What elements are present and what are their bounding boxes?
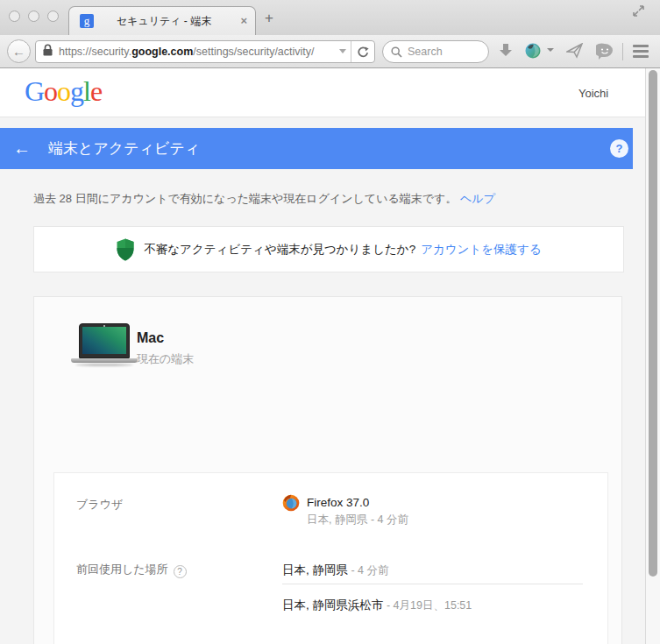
toolbar-separator bbox=[622, 43, 623, 60]
reload-button[interactable] bbox=[351, 41, 374, 62]
intro-sentence: 過去 28 日間にアカウントで有効になった端末や現在ログインしている端末です。 bbox=[33, 192, 457, 205]
browser-row-label: ブラウザ bbox=[76, 497, 123, 513]
window-close-button[interactable] bbox=[9, 11, 20, 22]
https-lock-icon bbox=[43, 44, 53, 60]
menu-icon[interactable] bbox=[633, 45, 649, 60]
new-tab-button[interactable]: + bbox=[265, 10, 273, 27]
location-row-label: 前回使用した場所? bbox=[76, 562, 187, 578]
security-banner: 不審なアクティビティや端末が見つかりましたか? アカウントを保護する bbox=[33, 226, 624, 272]
secure-account-link[interactable]: アカウントを保護する bbox=[421, 242, 542, 258]
site-header: Google Yoichi bbox=[0, 68, 645, 117]
extension-globe-icon[interactable] bbox=[524, 42, 542, 63]
location-label-text: 前回使用した場所 bbox=[76, 563, 168, 576]
device-name: Mac bbox=[137, 330, 164, 346]
location-place: 日本, 静岡県浜松市 bbox=[282, 598, 384, 612]
banner-question: 不審なアクティビティや端末が見つかりましたか? bbox=[144, 242, 415, 258]
tab-title: セキュリティ - 端末 bbox=[99, 14, 229, 29]
page-back-arrow-icon[interactable]: ← bbox=[13, 138, 31, 159]
search-bar[interactable]: Search bbox=[382, 40, 489, 63]
browser-value: Firefox 37.0 bbox=[307, 496, 369, 509]
window-zoom-button[interactable] bbox=[47, 11, 59, 22]
scrollbar-thumb[interactable] bbox=[649, 70, 657, 577]
browser-tab[interactable]: g セキュリティ - 端末 × bbox=[68, 6, 256, 35]
logo-letter: o bbox=[44, 75, 57, 107]
logo-letter: o bbox=[57, 75, 70, 107]
url-text: https://security.google.com/settings/sec… bbox=[59, 46, 315, 58]
account-user-name[interactable]: Yoichi bbox=[578, 87, 608, 100]
search-placeholder: Search bbox=[408, 46, 443, 58]
device-details-panel: ブラウザ Firefox 37.0 日本, 静岡県 - 4 分前 bbox=[53, 472, 608, 644]
location-time: - 4月19日、15:51 bbox=[384, 599, 472, 612]
chat-bubble-icon[interactable] bbox=[596, 43, 614, 63]
location-place: 日本, 静岡県 bbox=[282, 563, 348, 577]
logo-letter: e bbox=[90, 75, 102, 107]
browser-window: g セキュリティ - 端末 × + ← https://security.goo… bbox=[0, 0, 660, 644]
help-icon[interactable]: ? bbox=[610, 139, 628, 158]
logo-letter: G bbox=[25, 75, 44, 107]
question-circle-icon[interactable]: ? bbox=[174, 565, 187, 578]
page-title: 端末とアクティビティ bbox=[48, 138, 200, 159]
google-favicon-icon: g bbox=[80, 14, 94, 28]
entry-separator bbox=[282, 584, 583, 584]
device-card: Mac 現在の端末 ブラウザ Firefox 37.0 bbox=[33, 296, 622, 644]
url-bar[interactable]: https://security.google.com/settings/sec… bbox=[35, 40, 375, 63]
google-logo[interactable]: Google bbox=[25, 75, 102, 108]
firefox-icon bbox=[282, 494, 300, 515]
downloads-icon[interactable] bbox=[498, 43, 514, 61]
share-plane-icon[interactable] bbox=[566, 43, 584, 62]
page-content: Google Yoichi ← 端末とアクティビティ ? 過去 28 日間にアカ… bbox=[0, 68, 660, 644]
url-dropdown-icon[interactable] bbox=[339, 49, 346, 53]
url-path: /settings/security/activity/ bbox=[193, 46, 314, 58]
logo-letter: l bbox=[83, 75, 90, 107]
intro-text: 過去 28 日間にアカウントで有効になった端末や現在ログインしている端末です。 … bbox=[33, 191, 495, 207]
scrollbar-track[interactable] bbox=[645, 68, 660, 644]
browser-meta: 日本, 静岡県 - 4 分前 bbox=[307, 513, 408, 527]
url-domain: google.com bbox=[131, 46, 193, 58]
location-entry: 日本, 静岡県 - 4 分前 bbox=[282, 562, 389, 578]
location-time: - 4 分前 bbox=[348, 564, 389, 577]
page-title-bar: ← 端末とアクティビティ ? bbox=[0, 128, 633, 169]
fullscreen-expand-icon[interactable] bbox=[632, 4, 645, 21]
mac-device-image bbox=[71, 323, 138, 366]
location-entry: 日本, 静岡県浜松市 - 4月19日、15:51 bbox=[282, 597, 472, 613]
help-link[interactable]: ヘルプ bbox=[460, 192, 495, 205]
logo-letter: g bbox=[70, 75, 83, 107]
window-minimize-button[interactable] bbox=[28, 11, 39, 22]
tab-strip: g セキュリティ - 端末 × + bbox=[0, 0, 660, 35]
tab-close-icon[interactable]: × bbox=[240, 14, 247, 27]
navigation-toolbar: ← https://security.google.com/settings/s… bbox=[0, 35, 660, 68]
url-scheme: https://security. bbox=[59, 46, 131, 58]
back-button[interactable]: ← bbox=[7, 39, 31, 63]
extension-dropdown-icon[interactable] bbox=[547, 48, 554, 52]
device-status: 現在の端末 bbox=[137, 351, 194, 367]
search-icon bbox=[391, 46, 402, 58]
green-shield-icon bbox=[116, 238, 135, 261]
